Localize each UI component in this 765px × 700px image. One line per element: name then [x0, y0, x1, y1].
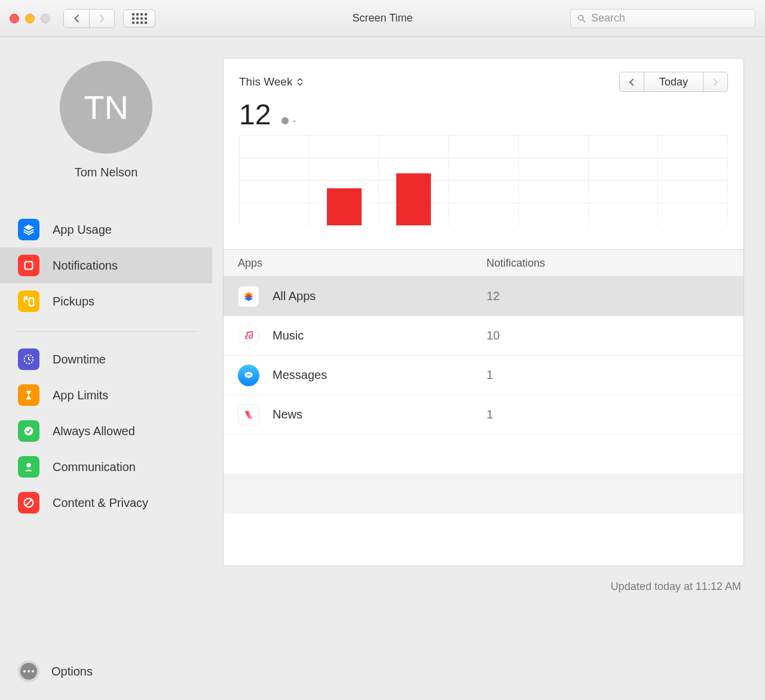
svg-rect-3 [29, 298, 33, 306]
table-row[interactable]: Messages1 [224, 356, 743, 395]
ellipsis-icon [18, 661, 39, 682]
chevron-updown-icon [297, 78, 303, 86]
app-count: 10 [486, 329, 743, 343]
chart-column[interactable] [449, 136, 519, 225]
grid-icon [132, 13, 147, 24]
svg-point-10 [247, 374, 248, 375]
nav-back-forward [63, 9, 115, 28]
svg-point-12 [250, 374, 251, 375]
options-button[interactable]: Options [0, 661, 212, 700]
sidebar-item-label: Notifications [53, 259, 118, 273]
svg-line-8 [26, 500, 32, 506]
pickup-icon [18, 291, 39, 312]
table-row[interactable]: Music10 [224, 316, 743, 356]
col-notifications: Notifications [486, 257, 743, 270]
sidebar-item-content-privacy[interactable]: Content & Privacy [0, 485, 212, 521]
content: This Week Today 12 [212, 37, 765, 700]
sidebar-item-label: Communication [53, 460, 136, 474]
table-row[interactable]: All Apps12 [224, 277, 743, 316]
zoom-window-button [41, 14, 50, 23]
table-row-empty [224, 474, 743, 513]
sidebar-item-downtime[interactable]: Downtime [0, 341, 212, 377]
chart-column[interactable] [310, 136, 380, 225]
notifications-panel: This Week Today 12 [223, 58, 744, 566]
sidebar-separator [15, 331, 197, 332]
profile: TN Tom Nelson [0, 37, 212, 191]
sidebar-item-app-limits[interactable]: App Limits [0, 377, 212, 413]
app-count: 1 [486, 368, 743, 382]
notifications-chart [224, 136, 743, 249]
chart-column[interactable] [658, 136, 728, 225]
table-body: All Apps12Music10Messages1News1 [224, 277, 743, 513]
options-label: Options [51, 665, 93, 678]
period-label: This Week [239, 75, 292, 88]
sidebar-item-label: Downtime [53, 353, 106, 366]
prev-day-button[interactable] [620, 72, 644, 91]
table-row[interactable]: News1 [224, 395, 743, 435]
badge-check-icon [18, 420, 39, 442]
avg-dot-icon [281, 117, 289, 124]
total-value: 12 [239, 98, 271, 131]
sidebar-item-notifications[interactable]: Notifications [0, 247, 212, 283]
chart-column[interactable] [240, 136, 310, 225]
layers-icon [18, 219, 39, 240]
app-count: 1 [486, 408, 743, 421]
chart-column[interactable] [379, 136, 449, 225]
search-placeholder: Search [591, 12, 625, 25]
close-window-button[interactable] [10, 14, 19, 23]
app-name: News [273, 408, 302, 421]
sidebar: TN Tom Nelson App Usage Notifications [0, 37, 212, 700]
col-apps: Apps [224, 257, 486, 270]
svg-point-6 [26, 463, 30, 467]
total-notifications: 12 - [224, 98, 743, 136]
back-button[interactable] [64, 10, 89, 27]
sidebar-item-always-allowed[interactable]: Always Allowed [0, 413, 212, 449]
minimize-window-button[interactable] [25, 14, 35, 23]
app-name: All Apps [273, 289, 316, 303]
nosign-icon [18, 492, 39, 513]
app-name: Music [273, 329, 304, 343]
sidebar-item-communication[interactable]: Communication [0, 449, 212, 485]
avatar: TN [60, 61, 152, 154]
sidebar-item-label: Pickups [53, 295, 94, 308]
forward-button [89, 10, 114, 27]
notification-icon [18, 255, 39, 276]
svg-rect-2 [25, 262, 33, 270]
next-day-button [703, 72, 727, 91]
table-row-empty [224, 435, 743, 474]
chart-bar [396, 173, 431, 226]
person-icon [18, 456, 39, 478]
app-name: Messages [273, 368, 327, 382]
app-count: 12 [486, 289, 743, 303]
sidebar-item-label: Always Allowed [53, 424, 135, 438]
chart-bar [327, 188, 362, 226]
average-indicator: - [281, 115, 296, 127]
chart-column[interactable] [519, 136, 589, 225]
window-title: Screen Time [352, 12, 412, 25]
sidebar-item-pickups[interactable]: Pickups [0, 283, 212, 319]
search-icon [577, 14, 586, 23]
sidebar-item-label: App Limits [53, 389, 108, 402]
sidebar-item-label: App Usage [53, 223, 112, 237]
status-text: Updated today at 11:12 AM [212, 566, 765, 593]
period-selector[interactable]: This Week [239, 75, 303, 88]
svg-line-1 [583, 20, 585, 22]
date-label[interactable]: Today [644, 72, 703, 91]
table-header: Apps Notifications [224, 249, 743, 277]
sidebar-item-label: Content & Privacy [53, 496, 148, 510]
clock-icon [18, 349, 39, 370]
svg-point-11 [248, 374, 249, 375]
chart-column[interactable] [589, 136, 659, 225]
user-name: Tom Nelson [75, 166, 138, 179]
sidebar-section-limits: Downtime App Limits Always Allowed Commu… [0, 341, 212, 521]
svg-point-0 [579, 15, 583, 20]
search-field[interactable]: Search [570, 9, 755, 28]
date-navigator: Today [619, 72, 728, 92]
window-controls [10, 14, 50, 23]
sidebar-section-usage: App Usage Notifications Pickups [0, 212, 212, 319]
sidebar-item-app-usage[interactable]: App Usage [0, 212, 212, 247]
titlebar: Screen Time Search [0, 0, 765, 37]
hourglass-icon [18, 384, 39, 406]
avg-dash: - [292, 115, 296, 127]
show-all-button[interactable] [123, 10, 155, 27]
